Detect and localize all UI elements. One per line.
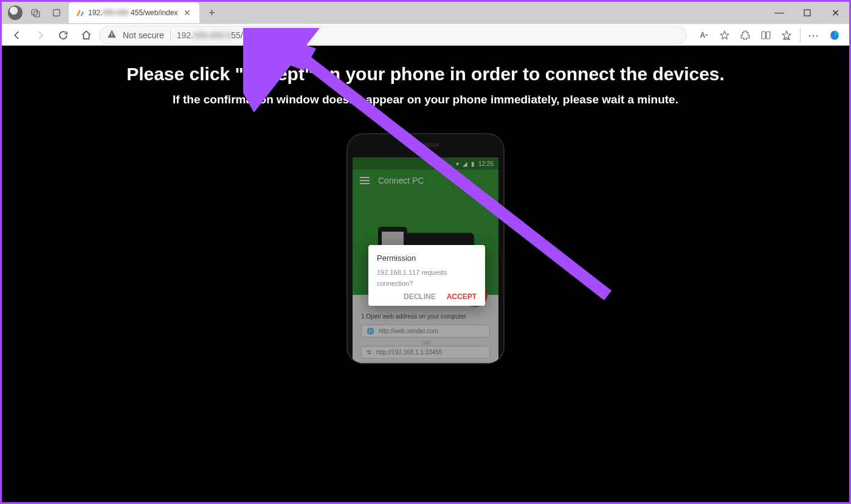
battery-icon: ▮ — [471, 161, 475, 167]
headline: Please click "Accept" on your phone in o… — [126, 64, 725, 85]
svg-rect-6 — [762, 32, 765, 39]
url-text: 192.000.000.055/web/index.html — [177, 30, 300, 40]
accept-button[interactable]: ACCEPT — [447, 292, 477, 301]
svg-rect-0 — [32, 10, 37, 15]
not-secure-icon — [107, 29, 117, 41]
dialog-title: Permission — [377, 254, 477, 263]
more-menu-icon[interactable]: ⋯ — [804, 26, 824, 44]
browser-chrome: 192.000.000.455/web/index ✕ + — ✕ Not — [2, 2, 849, 46]
tab-title: 192.000.000.455/web/index — [88, 9, 177, 17]
permission-dialog: Permission 192.168.1.117 requests connec… — [368, 245, 485, 306]
link-icon: ⇅ — [367, 349, 371, 356]
address-bar[interactable]: Not secure 192.000.000.055/web/index.htm… — [99, 26, 687, 44]
decline-button[interactable]: DECLINE — [404, 292, 436, 301]
url-box-1: 🌐 http://web.xender.com — [361, 325, 490, 337]
toolbar-right: A» ⋯ — [689, 26, 844, 44]
window-controls: — ✕ — [765, 2, 849, 24]
subheadline: If the confirmation window doesn't appea… — [173, 93, 678, 106]
tab-strip: 192.000.000.455/web/index ✕ + — [2, 2, 849, 24]
toolbar-divider — [800, 29, 801, 42]
phone-status-bar: ▾ ◢ ▮ 12:26 — [353, 157, 498, 170]
page-content: Please click "Accept" on your phone in o… — [2, 46, 849, 502]
split-screen-icon[interactable] — [756, 26, 776, 44]
window-close-button[interactable]: ✕ — [821, 2, 849, 24]
status-time: 12:26 — [478, 161, 494, 167]
extensions-icon[interactable] — [736, 26, 755, 44]
separator — [170, 30, 171, 41]
tab-actions-icon[interactable] — [48, 4, 65, 21]
tab-close-icon[interactable]: ✕ — [181, 8, 193, 18]
wifi-icon: ▾ — [456, 161, 459, 167]
phone-mockup: ▾ ◢ ▮ 12:26 Connect PC ᯤ Andoumiao — [346, 133, 505, 364]
read-aloud-icon[interactable]: A» — [694, 26, 714, 44]
url-box-2: ⇅ http://192.168.1.1:33455 — [361, 346, 490, 359]
new-tab-button[interactable]: + — [203, 4, 220, 21]
back-button[interactable] — [7, 26, 27, 44]
svg-rect-1 — [34, 12, 40, 17]
svg-rect-5 — [111, 36, 112, 36]
xender-favicon-icon — [75, 8, 84, 18]
phone-screen: ▾ ◢ ▮ 12:26 Connect PC ᯤ Andoumiao — [353, 157, 498, 363]
hamburger-icon — [360, 177, 370, 184]
profile-avatar[interactable] — [7, 4, 24, 21]
svg-rect-7 — [767, 32, 770, 39]
home-button[interactable] — [76, 26, 97, 44]
signal-icon: ◢ — [463, 161, 467, 167]
or-label: OR — [361, 340, 490, 346]
svg-rect-2 — [53, 10, 60, 16]
workspaces-icon[interactable] — [27, 4, 44, 21]
appbar-title: Connect PC — [378, 176, 424, 185]
forward-button[interactable] — [30, 26, 50, 44]
dialog-message: 192.168.1.117 requests connection? — [377, 268, 477, 289]
phone-app-bar: Connect PC — [353, 170, 498, 192]
favorites-bar-icon[interactable] — [777, 26, 796, 44]
window-minimize-button[interactable]: — — [765, 2, 793, 24]
browser-tab[interactable]: 192.000.000.455/web/index ✕ — [69, 2, 199, 23]
copilot-button[interactable] — [825, 26, 844, 44]
phone-speaker — [412, 143, 439, 147]
address-bar-row: Not secure 192.000.000.055/web/index.htm… — [2, 24, 849, 46]
svg-rect-3 — [804, 10, 810, 16]
globe-icon: 🌐 — [367, 328, 374, 334]
window-maximize-button[interactable] — [793, 2, 821, 24]
favorite-star-icon[interactable] — [715, 26, 734, 44]
refresh-button[interactable] — [53, 26, 74, 44]
security-label: Not secure — [123, 30, 164, 40]
step-1-label: 1.Open web address on your computer — [361, 313, 490, 320]
svg-rect-4 — [111, 33, 112, 35]
